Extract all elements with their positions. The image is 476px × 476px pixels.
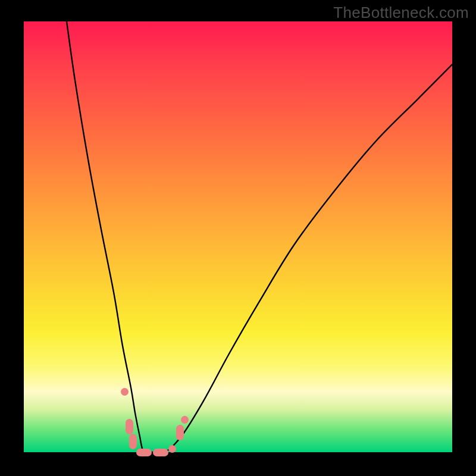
curve-marker [136,449,152,456]
curve-marker [129,434,137,449]
curve-marker [126,419,133,434]
curve-marker [176,425,184,440]
chart-frame: TheBottleneck.com [0,0,476,476]
curve-marker [153,449,168,456]
curve-marker [168,445,176,453]
bottleneck-curve [24,21,452,452]
plot-area [24,21,452,452]
curve-marker [121,388,129,396]
watermark-text: TheBottleneck.com [333,4,469,22]
